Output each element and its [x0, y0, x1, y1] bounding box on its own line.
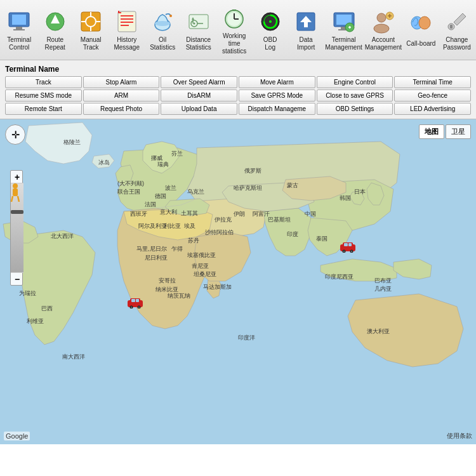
btn-over-speed-alarm[interactable]: Over Speed Alarm	[161, 76, 237, 88]
route-icon	[43, 9, 68, 34]
svg-rect-61	[136, 299, 139, 302]
password-icon	[444, 9, 470, 34]
toolbar-history-message[interactable]: History Message	[109, 8, 144, 53]
map-type-satellite[interactable]: 卫星	[446, 124, 471, 139]
btn-track[interactable]: Track	[5, 76, 82, 88]
toolbar-change-password[interactable]: Change Password	[439, 8, 475, 53]
svg-point-22	[193, 22, 195, 24]
toolbar-call-board-label: Call-board	[406, 40, 435, 48]
control-panel: Terminal Name Track Stop Alarm Over Spee…	[0, 60, 476, 119]
callboard-icon	[408, 13, 433, 38]
svg-rect-68	[344, 243, 348, 246]
map-usage-terms[interactable]: 使用条款	[447, 432, 472, 440]
toolbar-manual-track-label: Manual Track	[81, 36, 102, 51]
svg-rect-60	[131, 299, 135, 302]
zoom-in-button[interactable]: +	[11, 171, 23, 183]
track-icon	[78, 9, 103, 34]
toolbar-call-board[interactable]: Call-board	[403, 11, 439, 49]
svg-rect-3	[13, 29, 25, 30]
toolbar-obd-log[interactable]: OBD Log	[252, 8, 288, 53]
svg-point-72	[343, 251, 345, 252]
toolbar-account-management-label: Account Management	[365, 36, 402, 51]
svg-point-42	[377, 13, 386, 22]
svg-point-32	[269, 20, 272, 23]
toolbar-terminal-management-label: Terminal Management	[325, 36, 362, 51]
toolbar-route-repeat-label: Route Repeat	[45, 36, 65, 51]
svg-point-18	[155, 21, 170, 26]
btn-obd-settings[interactable]: OBD Settings	[317, 103, 393, 115]
toolbar-working-time[interactable]: Working time statistics	[216, 4, 252, 56]
btn-led-advertising[interactable]: LED Advertising	[394, 103, 471, 115]
svg-point-65	[138, 307, 140, 308]
toolbar-account-management[interactable]: Account Management	[364, 8, 403, 53]
svg-point-43	[374, 24, 389, 33]
map-type-map[interactable]: 地图	[419, 124, 444, 139]
btn-resume-sms[interactable]: Resume SMS mode	[5, 89, 82, 102]
toolbar-change-password-label: Change Password	[443, 36, 471, 51]
monitor-icon	[6, 9, 32, 34]
map-area[interactable]: 格陵兰 冰岛 芬兰 瑞典 挪威 (大不列颠)联合王国 波兰 德国 法国 意大利 …	[0, 119, 476, 444]
car-marker-1[interactable]	[127, 297, 142, 307]
svg-line-56	[11, 196, 13, 202]
map-svg	[0, 119, 476, 444]
svg-rect-12	[118, 11, 136, 32]
toolbar-terminal-management[interactable]: Terminal Management	[324, 8, 363, 53]
svg-point-48	[419, 17, 430, 29]
account-icon	[371, 9, 396, 34]
terminal-mgmt-icon	[331, 9, 357, 34]
toolbar-distance-statistics[interactable]: Distance Statistics	[180, 8, 216, 53]
toolbar-oil-statistics[interactable]: Oil Statistics	[145, 8, 180, 53]
svg-point-54	[13, 183, 18, 188]
button-row-1: Track Stop Alarm Over Speed Alarm Move A…	[5, 76, 471, 88]
btn-disarm[interactable]: DisARM	[161, 89, 237, 102]
toolbar-data-import-label: Data Import	[297, 36, 315, 51]
import-icon	[293, 9, 319, 34]
toolbar-working-time-label: Working time statistics	[222, 32, 246, 55]
time-icon	[221, 5, 247, 30]
toolbar-manual-track[interactable]: Manual Track	[73, 8, 109, 53]
zoom-out-button[interactable]: −	[11, 272, 23, 285]
toolbar-data-import[interactable]: Data Import	[288, 8, 324, 53]
svg-rect-55	[13, 188, 18, 196]
oil-icon	[150, 9, 175, 34]
btn-close-save-gprs[interactable]: Close to save GPRS	[317, 89, 393, 102]
btn-remote-start[interactable]: Remote Start	[5, 103, 82, 115]
svg-point-73	[351, 251, 352, 252]
btn-dispatch-mgmt[interactable]: Dispatch Manageme	[239, 103, 315, 115]
toolbar: Terminal Control Route Repeat Manual Tra…	[0, 0, 476, 60]
svg-rect-1	[12, 15, 26, 25]
svg-line-57	[18, 196, 19, 202]
toolbar-oil-statistics-label: Oil Statistics	[150, 36, 175, 51]
btn-stop-alarm[interactable]: Stop Alarm	[83, 76, 160, 88]
svg-rect-69	[348, 243, 352, 246]
distance-icon	[186, 9, 211, 34]
toolbar-obd-log-label: OBD Log	[263, 36, 277, 51]
btn-request-photo[interactable]: Request Photo	[83, 103, 160, 115]
toolbar-history-message-label: History Message	[114, 36, 140, 51]
zoom-handle	[11, 210, 23, 214]
btn-move-alarm[interactable]: Move Alarm	[239, 76, 315, 88]
svg-rect-50	[450, 25, 453, 29]
history-icon	[114, 9, 140, 34]
button-row-2: Resume SMS mode ARM DisARM Save GPRS Mod…	[5, 89, 471, 102]
car-marker-2[interactable]	[340, 241, 355, 251]
svg-point-64	[131, 307, 132, 308]
toolbar-terminal-control-label: Terminal Control	[7, 36, 31, 51]
toolbar-route-repeat[interactable]: Route Repeat	[37, 8, 72, 53]
btn-upload-data[interactable]: Upload Data	[161, 103, 237, 115]
map-controls: ✛ + −	[5, 124, 25, 286]
obd-icon	[258, 9, 283, 34]
btn-arm[interactable]: ARM	[83, 89, 160, 102]
google-watermark: Google	[4, 432, 30, 440]
button-row-3: Remote Start Request Photo Upload Data D…	[5, 103, 471, 115]
btn-terminal-time[interactable]: Terminal Time	[394, 76, 471, 88]
svg-point-19	[169, 15, 172, 17]
btn-engine-control[interactable]: Engine Control	[317, 76, 393, 88]
pan-control[interactable]: ✛	[5, 124, 25, 145]
toolbar-distance-statistics-label: Distance Statistics	[186, 36, 211, 51]
btn-geo-fence[interactable]: Geo-fence	[394, 89, 471, 102]
pegman-icon[interactable]	[9, 183, 22, 202]
toolbar-terminal-control[interactable]: Terminal Control	[1, 8, 37, 53]
btn-save-gprs[interactable]: Save GPRS Mode	[239, 89, 315, 102]
map-type-buttons: 地图 卫星	[419, 124, 471, 139]
